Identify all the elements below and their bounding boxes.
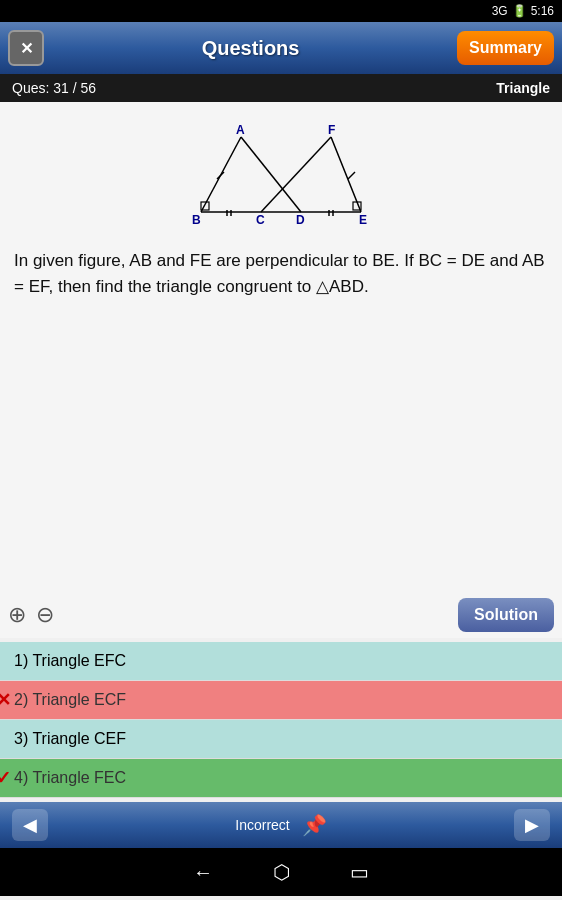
question-topic: Triangle xyxy=(496,80,550,96)
home-button[interactable]: ⬡ xyxy=(273,860,290,884)
option-2[interactable]: ✕ 2) Triangle ECF xyxy=(0,681,562,720)
pin-icon[interactable]: 📌 xyxy=(302,813,327,837)
svg-text:F: F xyxy=(328,123,335,137)
summary-button[interactable]: Summary xyxy=(457,31,554,65)
zoom-out-button[interactable]: ⊖ xyxy=(36,602,54,628)
svg-text:E: E xyxy=(359,213,367,227)
options-container: 1) Triangle EFC ✕ 2) Triangle ECF 3) Tri… xyxy=(0,642,562,798)
svg-line-5 xyxy=(217,172,224,179)
close-button[interactable]: ✕ xyxy=(8,30,44,66)
question-number: Ques: 31 / 56 xyxy=(12,80,96,96)
option-2-label: 2) Triangle ECF xyxy=(14,691,126,709)
correct-marker: ✓ xyxy=(0,767,11,789)
option-1[interactable]: 1) Triangle EFC xyxy=(0,642,562,681)
option-3[interactable]: 3) Triangle CEF xyxy=(0,720,562,759)
zoom-in-button[interactable]: ⊕ xyxy=(8,602,26,628)
wrong-marker: ✕ xyxy=(0,689,11,711)
option-1-label: 1) Triangle EFC xyxy=(14,652,126,670)
question-info-bar: Ques: 31 / 56 Triangle xyxy=(0,74,562,102)
battery-icon: 🔋 xyxy=(512,4,527,18)
option-4-label: 4) Triangle FEC xyxy=(14,769,126,787)
prev-button[interactable]: ◀ xyxy=(12,809,48,841)
signal-indicator: 3G xyxy=(492,4,508,18)
triangle-diagram: A F B C D E xyxy=(181,122,381,232)
question-text: In given figure, AB and FE are perpendic… xyxy=(10,248,552,299)
next-button[interactable]: ▶ xyxy=(514,809,550,841)
header: ✕ Questions Summary xyxy=(0,22,562,74)
time-display: 5:16 xyxy=(531,4,554,18)
svg-text:B: B xyxy=(192,213,201,227)
option-3-label: 3) Triangle CEF xyxy=(14,730,126,748)
bottom-bar: ◀ Incorrect 📌 ▶ xyxy=(0,802,562,848)
back-button[interactable]: ← xyxy=(193,861,213,884)
option-4[interactable]: ✓ 4) Triangle FEC xyxy=(0,759,562,798)
svg-text:C: C xyxy=(256,213,265,227)
svg-text:A: A xyxy=(236,123,245,137)
geometry-figure: A F B C D E xyxy=(10,122,552,232)
controls-row: ⊕ ⊖ Solution xyxy=(0,592,562,638)
status-bar: 3G 🔋 5:16 xyxy=(0,0,562,22)
content-area: A F B C D E In given figure, AB and FE a… xyxy=(0,102,562,802)
main-content: A F B C D E In given figure, AB and FE a… xyxy=(0,102,562,592)
android-nav-bar: ← ⬡ ▭ xyxy=(0,848,562,896)
result-status: Incorrect xyxy=(235,817,289,833)
bottom-center: Incorrect 📌 xyxy=(235,813,326,837)
recent-button[interactable]: ▭ xyxy=(350,860,369,884)
solution-button[interactable]: Solution xyxy=(458,598,554,632)
header-title: Questions xyxy=(202,37,300,60)
zoom-controls: ⊕ ⊖ xyxy=(8,602,54,628)
svg-line-6 xyxy=(348,172,355,179)
close-icon: ✕ xyxy=(20,39,33,58)
svg-line-1 xyxy=(331,137,361,212)
svg-text:D: D xyxy=(296,213,305,227)
